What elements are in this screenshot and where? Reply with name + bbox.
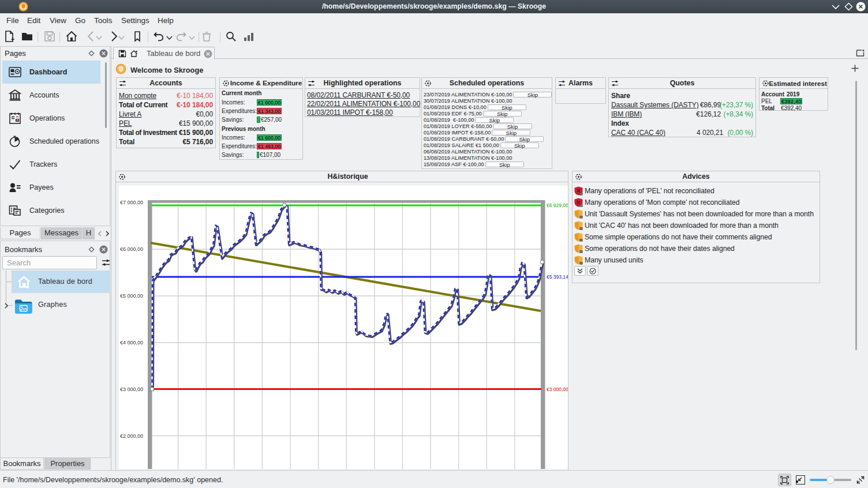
svg-text:€3 000,00: €3 000,00 bbox=[120, 386, 143, 392]
svg-text:€7 000,00: €7 000,00 bbox=[120, 200, 143, 205]
svg-text:€4 000,00: €4 000,00 bbox=[120, 340, 143, 346]
svg-text:€6 000,00: €6 000,00 bbox=[120, 246, 143, 252]
svg-text:€5 000,00: €5 000,00 bbox=[120, 293, 143, 299]
svg-text:€2 000,00: €2 000,00 bbox=[120, 433, 143, 439]
svg-text:€6 929,00: €6 929,00 bbox=[547, 202, 568, 208]
svg-text:€5 393,14: €5 393,14 bbox=[547, 274, 568, 280]
svg-text:€3 000,00: €3 000,00 bbox=[547, 386, 568, 392]
